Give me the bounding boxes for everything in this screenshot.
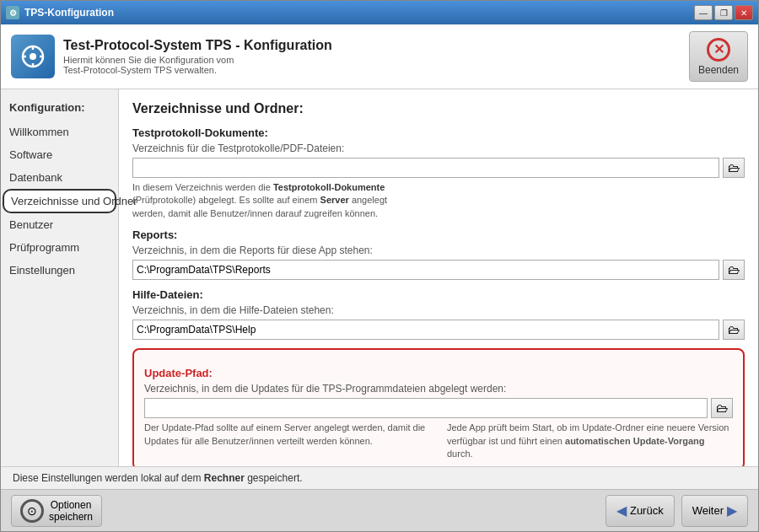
save-icon: ⊙ — [20, 499, 44, 523]
window-title: TPS-Konfiguration — [24, 7, 114, 19]
header-text: Test-Protocol-System TPS - Konfiguration… — [63, 38, 332, 75]
title-bar: ⚙ TPS-Konfiguration — ❐ ✕ — [1, 1, 758, 24]
content-area: Verzeichnisse und Ordner: Testprotokoll-… — [119, 89, 758, 466]
minimize-button[interactable]: — — [694, 5, 713, 20]
footer-text-suffix: gespeichert. — [245, 472, 303, 484]
header-title: Test-Protocol-System TPS - Konfiguration — [63, 38, 332, 53]
back-arrow-icon: ◀ — [616, 502, 627, 519]
save-button[interactable]: ⊙ Optionen speichern — [11, 495, 102, 527]
header-subtitle1: Hiermit können Sie die Konfiguration vom — [63, 55, 332, 65]
update-input-row: 🗁 — [144, 398, 733, 418]
reports-input-row: 🗁 — [132, 260, 745, 280]
testprotokoll-info: In diesem Verzeichnis werden die Testpro… — [132, 181, 745, 220]
end-button-area: ✕ Beenden — [689, 31, 748, 82]
hilfe-title: Hilfe-Dateien: — [132, 288, 745, 301]
sidebar-item-datenbank[interactable]: Datenbank — [1, 166, 118, 189]
sidebar-item-verzeichnisse[interactable]: Verzeichnisse und Ordner — [3, 189, 116, 213]
testprotokoll-title: Testprotokoll-Dokumente: — [132, 126, 745, 139]
sidebar-item-pruefprogramm[interactable]: Prüfprogramm — [1, 236, 118, 259]
main-area: Konfiguration: Willkommen Software Daten… — [1, 89, 758, 466]
footer-bar: Diese Einstellungen werden lokal auf dem… — [1, 466, 758, 489]
main-window: ⚙ TPS-Konfiguration — ❐ ✕ Test-Protocol-… — [0, 0, 759, 532]
testprotokoll-input-row: 🗁 — [132, 158, 745, 178]
update-folder-btn[interactable]: 🗁 — [711, 398, 733, 418]
back-button[interactable]: ◀ Zurück — [606, 495, 675, 527]
update-title: Update-Pfad: — [144, 367, 733, 379]
update-info-left: Der Update-Pfad sollte auf einem Server … — [144, 422, 430, 460]
reports-folder-btn[interactable]: 🗁 — [723, 260, 745, 280]
update-section: Update-Pfad: Verzeichnis, in dem die Upd… — [132, 348, 745, 466]
update-info-right: Jede App prüft beim Start, ob im Update-… — [447, 422, 733, 460]
nav-buttons: ◀ Zurück Weiter ▶ — [606, 495, 748, 527]
page-title: Verzeichnisse und Ordner: — [132, 101, 745, 116]
back-label: Zurück — [630, 504, 664, 517]
update-info-columns: Der Update-Pfad sollte auf einem Server … — [144, 422, 733, 460]
save-label: Optionen speichern — [49, 499, 93, 523]
sidebar-item-benutzer[interactable]: Benutzer — [1, 213, 118, 236]
sidebar: Konfiguration: Willkommen Software Daten… — [1, 89, 119, 466]
testprotokoll-input[interactable] — [132, 158, 719, 178]
hilfe-desc: Verzeichnis, in dem die Hilfe-Dateien st… — [132, 304, 745, 316]
title-bar-controls: — ❐ ✕ — [694, 5, 753, 20]
app-icon: ⚙ — [6, 6, 19, 19]
sidebar-title: Konfiguration: — [1, 98, 118, 121]
testprotokoll-desc: Verzeichnis für die Testprotokolle/PDF-D… — [132, 142, 745, 154]
next-button[interactable]: Weiter ▶ — [681, 495, 748, 527]
next-arrow-icon: ▶ — [727, 502, 737, 519]
hilfe-input-row: 🗁 — [132, 320, 745, 340]
end-button-label: Beenden — [698, 64, 739, 76]
bottom-bar: ⊙ Optionen speichern ◀ Zurück Weiter ▶ — [1, 489, 758, 531]
update-info-right-suffix: durch. — [447, 449, 473, 459]
next-label: Weiter — [692, 504, 724, 517]
end-icon: ✕ — [707, 38, 730, 62]
sidebar-item-willkommen[interactable]: Willkommen — [1, 121, 118, 143]
hilfe-folder-btn[interactable]: 🗁 — [723, 320, 745, 340]
update-info-right-bold: automatischen Update-Vorgang — [565, 436, 704, 446]
sidebar-item-software[interactable]: Software — [1, 143, 118, 166]
restore-button[interactable]: ❐ — [714, 5, 733, 20]
testprotokoll-folder-btn[interactable]: 🗁 — [723, 158, 745, 178]
header-icon — [11, 35, 55, 78]
footer-text-prefix: Diese Einstellungen werden lokal auf dem — [13, 472, 204, 484]
close-button[interactable]: ✕ — [735, 5, 753, 20]
reports-desc: Verzeichnis, in dem die Reports für dies… — [132, 245, 745, 256]
hilfe-input[interactable] — [132, 320, 719, 340]
header-subtitle2: Test-Protocol-System TPS verwalten. — [63, 65, 332, 75]
svg-point-1 — [30, 53, 36, 60]
update-desc: Verzeichnis, in dem die Updates für die … — [144, 383, 733, 395]
title-bar-left: ⚙ TPS-Konfiguration — [6, 6, 114, 19]
app-header: Test-Protocol-System TPS - Konfiguration… — [1, 24, 758, 89]
reports-input[interactable] — [132, 260, 719, 280]
update-input[interactable] — [144, 398, 708, 418]
footer-text-bold: Rechner — [204, 472, 245, 484]
end-button[interactable]: ✕ Beenden — [689, 31, 748, 82]
reports-title: Reports: — [132, 228, 745, 241]
sidebar-item-einstellungen[interactable]: Einstellungen — [1, 259, 118, 282]
